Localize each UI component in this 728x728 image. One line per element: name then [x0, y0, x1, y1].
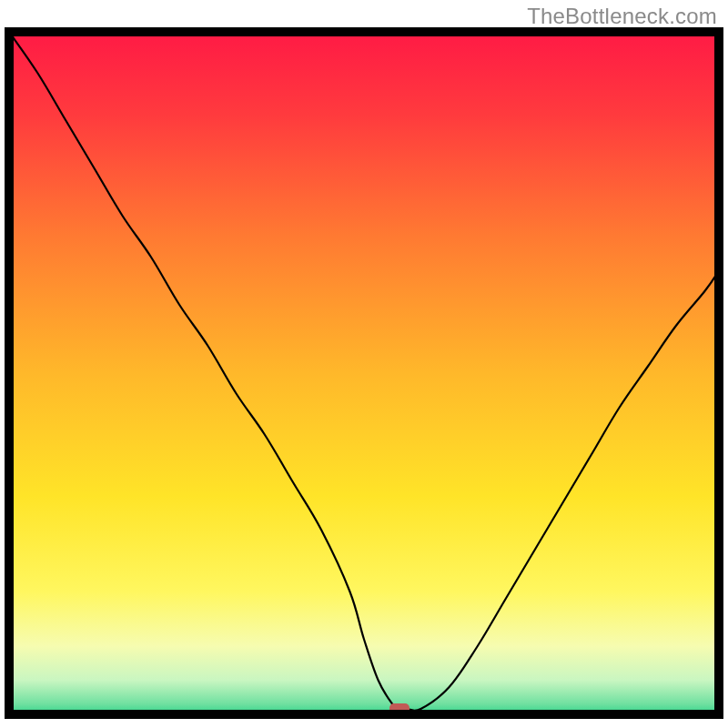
chart-background — [9, 32, 719, 714]
chart-frame — [5, 27, 723, 719]
bottleneck-chart — [5, 27, 723, 719]
attribution-text: TheBottleneck.com — [527, 4, 717, 29]
